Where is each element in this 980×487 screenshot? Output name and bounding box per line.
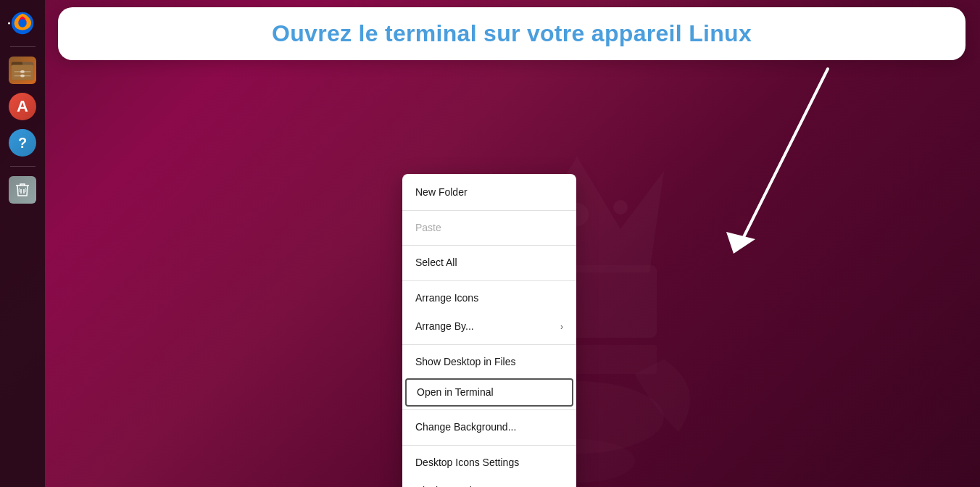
menu-item-display-settings[interactable]: Display Settings [402,477,576,487]
menu-separator-5 [402,409,576,410]
svg-rect-15 [20,70,25,73]
svg-rect-16 [20,75,25,78]
dock-item-firefox[interactable] [7,7,38,39]
dock-item-help[interactable]: ? [7,127,38,159]
dock-separator-2 [10,166,36,167]
menu-separator-1 [402,210,576,211]
dock-item-files[interactable] [7,54,38,86]
help-icon: ? [9,129,36,157]
page-title: Ouvrez le terminal sur votre appareil Li… [80,20,944,47]
trash-icon [9,176,36,204]
menu-separator-2 [402,245,576,246]
menu-item-desktop-icons-settings[interactable]: Desktop Icons Settings [402,449,576,478]
svg-marker-18 [726,232,755,254]
submenu-chevron: › [560,321,563,333]
context-menu: New Folder Paste Select All Arrange Icon… [402,174,576,487]
files-icon [9,57,36,84]
dock-separator-1 [10,46,36,47]
menu-item-new-folder[interactable]: New Folder [402,178,576,207]
menu-item-change-background[interactable]: Change Background... [402,413,576,442]
menu-item-arrange-icons[interactable]: Arrange Icons [402,284,576,313]
svg-point-9 [18,19,26,27]
menu-item-show-desktop-in-files[interactable]: Show Desktop in Files [402,348,576,377]
desktop: A ? Ouvrez le terminal sur v [0,0,980,487]
menu-separator-3 [402,280,576,281]
arrow-indicator [690,62,835,265]
dock-item-appstore[interactable]: A [7,91,38,122]
menu-item-arrange-by[interactable]: Arrange By... › [402,312,576,341]
title-tooltip: Ouvrez le terminal sur votre appareil Li… [58,7,966,60]
svg-point-4 [613,200,628,215]
menu-separator-6 [402,445,576,446]
dock-item-trash[interactable] [7,174,38,206]
appstore-icon: A [9,93,36,120]
menu-item-select-all[interactable]: Select All [402,249,576,278]
svg-line-17 [741,69,828,243]
menu-separator-4 [402,344,576,345]
dock: A ? [0,0,45,487]
menu-item-paste: Paste [402,214,576,243]
menu-item-open-in-terminal[interactable]: Open in Terminal [405,378,573,407]
